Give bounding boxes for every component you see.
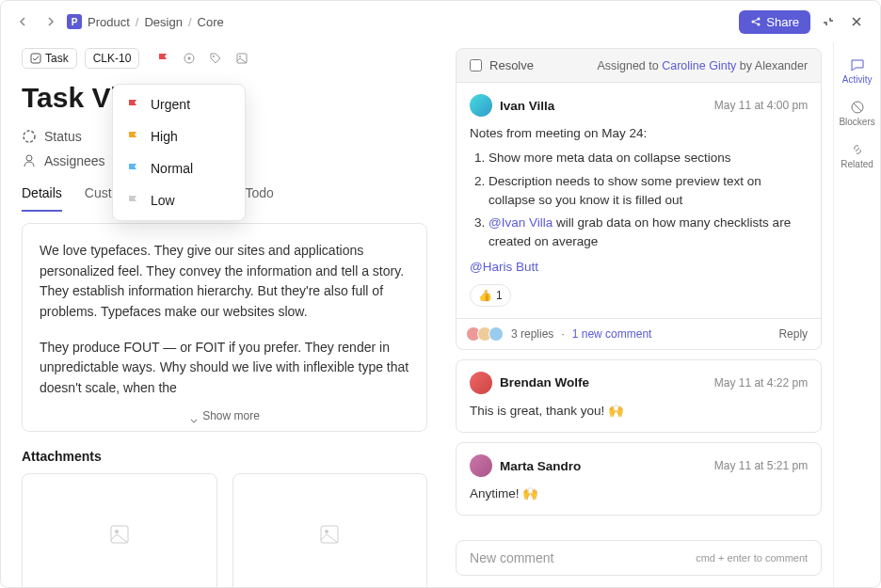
breadcrumb-item[interactable]: Design	[144, 15, 182, 29]
breadcrumb-item[interactable]: Product	[88, 15, 130, 29]
settings-icon[interactable]	[183, 52, 196, 65]
replies-count[interactable]: 3 replies	[511, 327, 553, 341]
block-icon	[850, 100, 865, 115]
status-icon	[22, 129, 37, 144]
workspace-icon: P	[67, 14, 82, 29]
compose-hint: cmd + enter to comment	[696, 552, 808, 564]
link-icon	[850, 142, 865, 157]
comment: Brendan Wolfe May 11 at 4:22 pm This is …	[456, 359, 822, 433]
priority-normal[interactable]: Normal	[113, 152, 245, 184]
resolve-bar: Resolve Assigned to Caroline Ginty by Al…	[456, 48, 822, 83]
svg-rect-3	[31, 54, 40, 63]
svg-point-10	[26, 155, 32, 161]
reply-button[interactable]: Reply	[778, 327, 808, 341]
flag-icon	[126, 162, 139, 175]
priority-urgent[interactable]: Urgent	[113, 88, 245, 120]
description: We love typefaces. They give our sites a…	[22, 223, 427, 432]
svg-point-9	[24, 131, 35, 142]
image-icon[interactable]	[235, 52, 248, 65]
flag-icon[interactable]	[156, 52, 169, 65]
comment-author: Ivan Villa	[500, 99, 554, 113]
comment-time: May 11 at 4:22 pm	[714, 376, 808, 389]
nav-forward[interactable]	[40, 12, 59, 31]
resolve-checkbox[interactable]	[470, 59, 482, 72]
sidebar-activity[interactable]: Activity	[834, 50, 880, 92]
tag-icon[interactable]	[209, 52, 222, 65]
priority-low[interactable]: Low	[113, 184, 245, 216]
breadcrumb-item[interactable]: Core	[198, 15, 224, 29]
share-icon	[750, 16, 761, 27]
priority-dropdown: Urgent High Normal Low	[112, 84, 246, 221]
tab-todo[interactable]: Todo	[245, 185, 273, 212]
new-comment-input[interactable]	[470, 550, 696, 565]
svg-rect-13	[321, 526, 338, 543]
show-more-button[interactable]: Show more	[23, 393, 426, 431]
sidebar-blockers[interactable]: Blockers	[834, 92, 880, 135]
close-icon[interactable]	[846, 11, 867, 32]
check-icon	[30, 53, 41, 64]
reaction[interactable]: 👍1	[470, 284, 511, 307]
nav-back[interactable]	[14, 12, 33, 31]
collapse-icon[interactable]	[818, 11, 839, 32]
task-chip[interactable]: Task	[22, 48, 77, 69]
chevron-down-icon	[189, 416, 199, 425]
avatar	[470, 94, 492, 117]
svg-point-14	[325, 530, 328, 533]
flag-icon	[126, 130, 139, 143]
comment-time: May 11 at 4:00 pm	[714, 99, 808, 112]
flag-icon	[126, 98, 139, 111]
person-icon	[22, 153, 37, 168]
task-id-chip[interactable]: CLK-10	[85, 48, 140, 69]
flag-icon	[126, 194, 139, 207]
comment-author: Marta Sandro	[500, 459, 581, 473]
image-icon	[318, 523, 341, 546]
assignee-link[interactable]: Caroline Ginty	[662, 59, 736, 72]
chat-icon	[850, 57, 865, 72]
reply-avatars	[470, 326, 504, 342]
svg-point-6	[213, 56, 215, 57]
resolve-label: Resolve	[489, 58, 534, 72]
priority-high[interactable]: High	[113, 120, 245, 152]
mention[interactable]: @Ivan Villa	[489, 215, 553, 230]
mention[interactable]: @Haris Butt	[470, 260, 538, 274]
attachment-thumb[interactable]	[22, 473, 217, 587]
attachments-heading: Attachments	[22, 449, 427, 464]
image-icon	[108, 523, 131, 546]
svg-point-8	[239, 56, 241, 57]
new-comment-link[interactable]: 1 new comment	[572, 327, 652, 341]
avatar	[470, 372, 492, 394]
breadcrumb: P Product / Design / Core	[67, 14, 224, 29]
assigned-text: Assigned to Caroline Ginty by Alexander	[597, 59, 808, 72]
avatar	[470, 454, 492, 477]
comment-time: May 11 at 5:21 pm	[714, 459, 808, 472]
compose-box[interactable]: cmd + enter to comment	[456, 540, 822, 576]
tab-details[interactable]: Details	[22, 185, 62, 212]
thread-footer: 3 replies · 1 new comment Reply	[456, 319, 822, 350]
sidebar-related[interactable]: Related	[834, 135, 880, 177]
comment-author: Brendan Wolfe	[500, 375, 589, 389]
svg-point-12	[115, 530, 119, 533]
svg-point-5	[188, 57, 191, 60]
attachment-thumb[interactable]	[232, 473, 428, 587]
svg-rect-11	[111, 526, 128, 543]
comment: Marta Sandro May 11 at 5:21 pm Anytime! …	[456, 442, 822, 516]
comment: Ivan Villa May 11 at 4:00 pm Notes from …	[456, 83, 822, 319]
share-button[interactable]: Share	[739, 10, 810, 34]
